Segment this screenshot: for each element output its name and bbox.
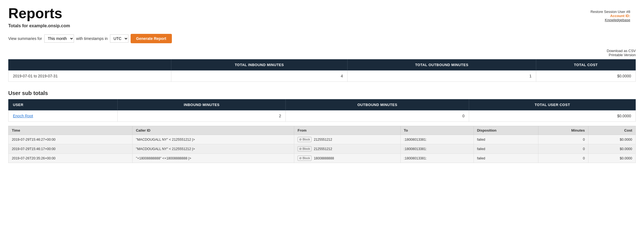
detail-caller-id: "+18008888888" <+18008888888 |> [133, 154, 294, 163]
summary-cost: $0.0000 [536, 70, 636, 82]
detail-time: 2019-07-29T15:46:27+00:00 [9, 135, 133, 144]
detail-disposition: failed [474, 154, 538, 163]
summary-row: 2019-07-01 to 2019-07-31 4 1 $0.0000 [9, 70, 636, 82]
detail-time: 2019-07-29T15:46:17+00:00 [9, 144, 133, 154]
block-from-cell: ⊘ Block2125551212 [298, 137, 397, 142]
detail-minutes: 0 [538, 154, 588, 163]
detail-caller-id: "MACDOUGALL NY" < 2125551212 |> [133, 135, 294, 144]
user-col3-header: OUTBOUND MINUTES [286, 99, 469, 110]
detail-col-minutes: Minutes [538, 126, 588, 135]
summary-col2-header: TOTAL INBOUND MINUTES [171, 59, 348, 70]
user-col2-header: INBOUND MINUTES [118, 99, 286, 110]
detail-row: 2019-07-29T15:46:27+00:00"MACDOUGALL NY"… [9, 135, 636, 144]
generate-report-button[interactable]: Generate Report [131, 34, 172, 43]
knowledgebase-link[interactable]: Knowledgebase [605, 18, 630, 22]
detail-col-caller-id: Caller ID [133, 126, 294, 135]
download-row: Download as CSV Printable Version [8, 49, 636, 57]
detail-col-time: Time [9, 126, 133, 135]
summary-inbound: 4 [171, 70, 348, 82]
timezone-select[interactable]: UTC EST PST CST [110, 34, 128, 43]
detail-col-disposition: Disposition [474, 126, 538, 135]
detail-from: ⊘ Block2125551212 [294, 144, 400, 154]
summary-col4-header: TOTAL COST [536, 59, 636, 70]
detail-minutes: 0 [538, 135, 588, 144]
timestamps-label: with timestamps in [76, 36, 108, 41]
summary-outbound: 1 [347, 70, 536, 82]
detail-time: 2019-07-26T20:35:26+00:00 [9, 154, 133, 163]
detail-minutes: 0 [538, 144, 588, 154]
detail-col-to: To [400, 126, 474, 135]
from-number: 2125551212 [314, 138, 332, 142]
detail-to: :18008013381: [400, 154, 474, 163]
page-title: Reports [8, 6, 636, 21]
summary-table: TOTAL INBOUND MINUTES TOTAL OUTBOUND MIN… [8, 59, 636, 82]
block-from-cell: ⊘ Block2125551212 [298, 146, 397, 151]
download-csv-link[interactable]: Download as CSV [8, 49, 636, 53]
block-button[interactable]: ⊘ Block [298, 146, 312, 151]
detail-to: :18008013381: [400, 144, 474, 154]
summary-date-range: 2019-07-01 to 2019-07-31 [9, 70, 171, 82]
user-col1-header: USER [9, 99, 118, 110]
from-number: 2125551212 [314, 147, 332, 151]
user-name-cell: Enoch Root [9, 110, 118, 122]
detail-row: 2019-07-26T20:35:26+00:00"+18008888888" … [9, 154, 636, 163]
user-subtotals-table: USER INBOUND MINUTES OUTBOUND MINUTES TO… [8, 99, 636, 122]
from-number: 18008888888 [314, 156, 334, 160]
detail-from: ⊘ Block18008888888 [294, 154, 400, 163]
block-from-cell: ⊘ Block18008888888 [298, 156, 397, 161]
detail-cost: $0.0000 [588, 144, 635, 154]
detail-cost: $0.0000 [588, 154, 635, 163]
detail-col-cost: Cost [588, 126, 635, 135]
user-link[interactable]: Enoch Root [13, 114, 33, 118]
top-right-panel: Restore Session User #8 Account ID: Know… [590, 10, 630, 22]
detail-row: 2019-07-29T15:46:17+00:00"MACDOUGALL NY"… [9, 144, 636, 154]
block-button[interactable]: ⊘ Block [298, 156, 312, 161]
detail-from: ⊘ Block2125551212 [294, 135, 400, 144]
printable-version-link[interactable]: Printable Version [8, 53, 636, 57]
detail-table: TimeCaller IDFromToDispositionMinutesCos… [8, 126, 636, 163]
account-id-label: Account ID: [610, 14, 630, 18]
filter-row: View summaries for This month Last month… [8, 34, 636, 43]
user-cost-cell: $0.0000 [469, 110, 636, 122]
user-row: Enoch Root20$0.0000 [9, 110, 636, 122]
summary-col3-header: TOTAL OUTBOUND MINUTES [347, 59, 536, 70]
period-select[interactable]: This month Last month This year Last yea… [44, 34, 74, 43]
user-subtotals-title: User sub totals [8, 90, 636, 96]
restore-session-text: Restore Session User #8 [590, 10, 630, 14]
user-outbound-cell: 0 [286, 110, 469, 122]
user-col4-header: TOTAL USER COST [469, 99, 636, 110]
user-inbound-cell: 2 [118, 110, 286, 122]
view-label: View summaries for [8, 36, 42, 41]
detail-cost: $0.0000 [588, 135, 635, 144]
block-button[interactable]: ⊘ Block [298, 137, 312, 142]
page-subtitle: Totals for example.onsip.com [8, 23, 636, 28]
detail-to: :18008013381: [400, 135, 474, 144]
summary-col1-header [9, 59, 171, 70]
detail-col-from: From [294, 126, 400, 135]
detail-disposition: failed [474, 135, 538, 144]
detail-disposition: failed [474, 144, 538, 154]
detail-caller-id: "MACDOUGALL NY" < 2125551212 |> [133, 144, 294, 154]
